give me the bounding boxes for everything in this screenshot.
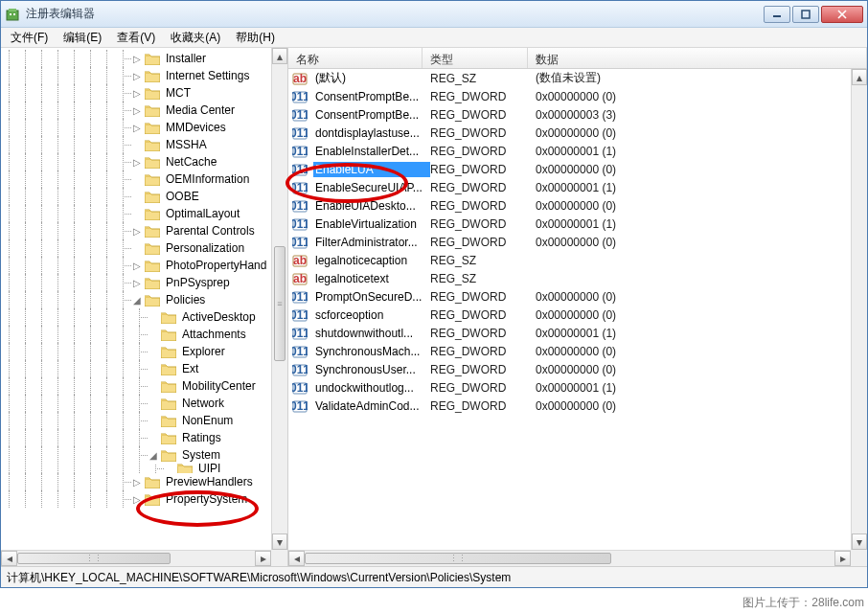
tree-item[interactable]: ▷Internet Settings [1,67,271,84]
list-header[interactable]: 名称 类型 数据 [288,48,867,69]
tree-item[interactable]: ▷NetCache [1,153,271,170]
value-row[interactable]: 011dontdisplaylastuse...REG_DWORD0x00000… [288,124,851,142]
tree-item[interactable]: UIPI [1,464,271,473]
value-row[interactable]: 011undockwithoutlog...REG_DWORD0x0000000… [288,378,851,397]
scroll-up-button[interactable]: ▴ [272,48,287,64]
expander-icon[interactable]: ▷ [131,88,143,99]
value-row[interactable]: ab(默认)REG_SZ(数值未设置) [288,69,851,87]
tree-item[interactable]: OEMInformation [1,170,271,188]
tree-item[interactable]: ▷PhotoPropertyHand [1,257,271,274]
tree-item[interactable]: NonEnum [1,412,271,429]
scroll-right-button[interactable]: ▸ [834,551,851,566]
tree-item[interactable]: ▷Parental Controls [1,222,271,239]
value-row[interactable]: 011scforceoptionREG_DWORD0x00000000 (0) [288,306,851,324]
value-data: 0x00000001 (1) [536,381,851,395]
tree-item[interactable]: Attachments [1,326,271,343]
tree-item[interactable]: Explorer [1,343,271,360]
reg-dword-icon: 011 [292,198,308,214]
value-list[interactable]: ab(默认)REG_SZ(数值未设置)011ConsentPromptBe...… [288,69,851,550]
scroll-corner [271,550,287,566]
value-row[interactable]: 011EnableLUAREG_DWORD0x00000000 (0) [288,160,851,178]
value-row[interactable]: 011ValidateAdminCod...REG_DWORD0x0000000… [288,397,851,415]
value-row[interactable]: ablegalnoticecaptionREG_SZ [288,251,851,269]
tree-item[interactable]: ◢System [1,446,271,464]
value-row[interactable]: 011EnableVirtualizationREG_DWORD0x000000… [288,215,851,233]
tree-item[interactable]: Ext [1,360,271,377]
tree-item-label: MCT [164,86,193,100]
value-row[interactable]: 011EnableInstallerDet...REG_DWORD0x00000… [288,142,851,160]
folder-icon [161,397,176,410]
value-row[interactable]: ablegalnoticetextREG_SZ [288,269,851,287]
value-row[interactable]: 011SynchronousUser...REG_DWORD0x00000000… [288,360,851,378]
tree-item[interactable]: OOBE [1,188,271,205]
tree-item[interactable]: ▷PropertySystem [1,490,271,508]
list-vscrollbar[interactable]: ▴ ▾ [851,69,867,550]
tree-item[interactable]: Personalization [1,239,271,257]
svg-text:011: 011 [292,363,308,376]
folder-icon [161,380,176,393]
scroll-right-button[interactable]: ▸ [255,551,271,566]
scroll-left-button[interactable]: ◂ [288,551,305,566]
tree-item[interactable]: Ratings [1,429,271,446]
expander-icon[interactable]: ▷ [131,105,143,116]
scroll-up-button[interactable]: ▴ [852,69,867,85]
column-name[interactable]: 名称 [288,48,423,68]
tree-item[interactable]: Network [1,395,271,412]
menu-favorites[interactable]: 收藏夹(A) [163,28,228,48]
list-hscrollbar[interactable]: ◂ ⋮⋮ ▸ [288,550,851,566]
scroll-down-button[interactable]: ▾ [272,534,287,550]
expander-icon[interactable]: ▷ [131,54,143,64]
tree-item[interactable]: ▷PreviewHandlers [1,473,271,490]
expander-icon[interactable]: ▷ [131,123,143,133]
maximize-button[interactable] [792,6,819,23]
tree-item[interactable]: OptimalLayout [1,205,271,222]
expander-icon[interactable]: ▷ [131,71,143,81]
minimize-button[interactable] [764,6,790,23]
expander-icon[interactable]: ▷ [131,157,143,168]
close-button[interactable] [821,6,863,23]
expander-icon[interactable]: ▷ [131,261,143,271]
tree-vscrollbar[interactable]: ▴ ≡ ▾ [271,48,287,550]
registry-tree[interactable]: ▷Installer▷Internet Settings▷MCT▷Media C… [1,48,271,550]
expander-icon[interactable]: ◢ [131,295,143,306]
column-type[interactable]: 类型 [423,48,528,68]
value-type: REG_SZ [430,254,536,267]
column-data[interactable]: 数据 [528,48,867,68]
value-row[interactable]: 011EnableSecureUIAP...REG_DWORD0x0000000… [288,178,851,196]
expander-icon[interactable]: ◢ [148,450,159,461]
folder-icon [145,476,160,488]
tree-item[interactable]: MobilityCenter [1,377,271,395]
tree-hscrollbar[interactable]: ◂ ⋮⋮ ▸ [1,550,271,566]
tree-item[interactable]: ▷MCT [1,84,271,102]
tree-item[interactable]: ◢Policies [1,291,271,308]
value-data: 0x00000001 (1) [536,181,851,194]
value-row[interactable]: 011PromptOnSecureD...REG_DWORD0x00000000… [288,287,851,306]
tree-item[interactable]: ▷Installer [1,50,271,67]
tree-item[interactable]: ▷Media Center [1,102,271,119]
svg-text:011: 011 [292,236,308,249]
value-row[interactable]: 011EnableUIADeskto...REG_DWORD0x00000000… [288,196,851,215]
tree-item[interactable]: ActiveDesktop [1,308,271,326]
menu-edit[interactable]: 编辑(E) [56,28,109,48]
tree-item[interactable]: MSSHA [1,136,271,153]
tree-item-label: Parental Controls [164,224,257,238]
expander-icon[interactable]: ▷ [131,477,143,488]
value-row[interactable]: 011ConsentPromptBe...REG_DWORD0x00000000… [288,87,851,105]
menu-view[interactable]: 查看(V) [109,28,163,48]
expander-icon[interactable]: ▷ [131,494,143,505]
value-row[interactable]: 011ConsentPromptBe...REG_DWORD0x00000003… [288,105,851,124]
value-row[interactable]: 011SynchronousMach...REG_DWORD0x00000000… [288,342,851,360]
scroll-down-button[interactable]: ▾ [852,534,867,550]
scroll-left-button[interactable]: ◂ [1,551,17,566]
expander-icon[interactable]: ▷ [131,278,143,288]
menu-help[interactable]: 帮助(H) [228,28,283,48]
menu-file[interactable]: 文件(F) [3,28,56,48]
expander-icon[interactable]: ▷ [131,226,143,237]
window-controls [764,6,863,23]
tree-item[interactable]: ▷MMDevices [1,119,271,136]
value-row[interactable]: 011FilterAdministrator...REG_DWORD0x0000… [288,233,851,251]
value-data: 0x00000000 (0) [536,163,851,176]
value-row[interactable]: 011shutdownwithoutl...REG_DWORD0x0000000… [288,324,851,342]
tree-item[interactable]: ▷PnPSysprep [1,274,271,291]
titlebar[interactable]: 注册表编辑器 [1,1,867,28]
